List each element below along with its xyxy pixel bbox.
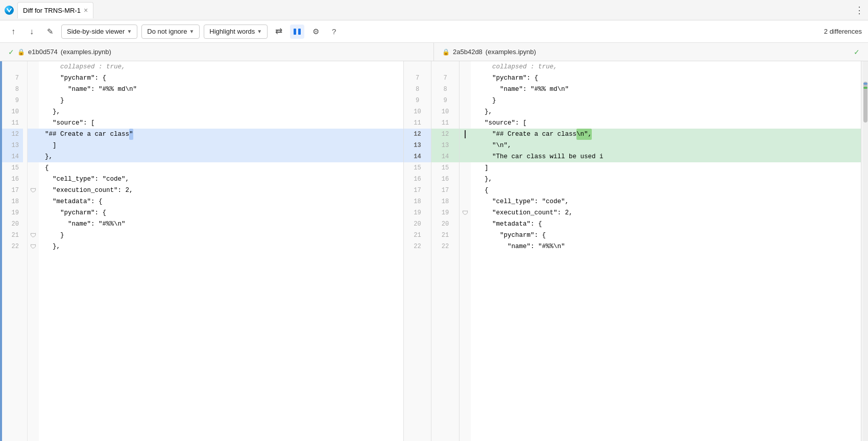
left-diff-pane[interactable]: 7 8 9 10 11 12 13 14 15 16 17 18 19 20 2… — [2, 61, 403, 441]
right-scrollbar[interactable] — [861, 61, 868, 441]
code-line: "name": "#%% md\n" — [39, 84, 403, 95]
diff-container: 7 8 9 10 11 12 13 14 15 16 17 18 19 20 2… — [0, 61, 868, 441]
code-line: "source": [ — [39, 117, 403, 129]
edit-icon: ✎ — [47, 27, 54, 36]
right-diff-pane[interactable]: 🛡 collapsed : true, "pycharm": { "name":… — [460, 61, 861, 441]
highlight-dropdown[interactable]: Highlight words ▼ — [204, 24, 268, 39]
shield-icon: 🛡 — [28, 185, 39, 196]
edit-button[interactable]: ✎ — [43, 24, 57, 39]
line-number: 14 — [2, 151, 23, 162]
code-line: "metadata": { — [471, 218, 861, 230]
up-arrow-icon: ↑ — [11, 27, 15, 36]
line-number: 13 — [2, 140, 23, 151]
code-line: "metadata": { — [39, 196, 403, 207]
line-number: 19 — [2, 207, 23, 218]
chevron-down-icon: ▼ — [257, 29, 262, 34]
code-line: ] — [471, 162, 861, 174]
title-bar: Diff for TRNS-MR-1 × ⋮ — [0, 0, 868, 20]
center-line-numbers-right: 7 8 9 10 11 12 13 14 15 16 17 18 19 20 2… — [431, 61, 460, 441]
columns-view-button[interactable] — [290, 24, 304, 39]
line-number: 17 — [2, 185, 23, 196]
navigate-prev-button[interactable]: ↑ — [6, 24, 20, 39]
code-line: "cell_type": "code", — [39, 174, 403, 185]
file-headers: ✓ 🔒 e1b0d574 (examples.ipynb) 🔒 2a5b42d8… — [0, 43, 868, 61]
center-line-numbers-left: 7 8 9 10 11 12 13 14 15 16 17 18 19 20 2… — [403, 61, 431, 441]
line-number: 7 — [2, 72, 23, 84]
svg-point-0 — [5, 6, 14, 15]
toolbar: ↑ ↓ ✎ Side-by-side viewer ▼ Do not ignor… — [0, 20, 868, 43]
shield-icon: 🛡 — [460, 207, 471, 218]
diff-tab[interactable]: Diff for TRNS-MR-1 × — [17, 2, 93, 18]
settings-icon: ⚙ — [312, 27, 319, 36]
chevron-down-icon: ▼ — [127, 29, 132, 34]
code-line: "cell_type": "code", — [471, 196, 861, 207]
code-line: } — [471, 95, 861, 106]
tab-close-button[interactable]: × — [84, 6, 88, 14]
viewer-mode-dropdown[interactable]: Side-by-side viewer ▼ — [61, 24, 137, 39]
code-line: { — [39, 162, 403, 174]
left-file-hash: e1b0d574 — [28, 48, 58, 56]
line-number: 12 — [2, 129, 23, 140]
code-line: "name": "#%% md\n" — [471, 84, 861, 95]
line-number: 15 — [2, 162, 23, 174]
left-code-content[interactable]: collapsed : true, "pycharm": { "name": "… — [39, 61, 403, 441]
code-line: collapsed : true, — [39, 61, 403, 72]
line-number: 20 — [2, 218, 23, 230]
left-line-numbers: 7 8 9 10 11 12 13 14 15 16 17 18 19 20 2… — [2, 61, 28, 441]
left-check-icon: ✓ — [8, 48, 14, 56]
differences-count: 2 differences — [824, 28, 862, 35]
code-line: } — [39, 230, 403, 241]
line-number — [2, 61, 23, 72]
line-number: 21 — [2, 230, 23, 241]
code-line: "execution_count": 2, — [471, 207, 861, 218]
split-view-button[interactable]: ⇄ — [272, 24, 286, 39]
code-line: "execution_count": 2, — [39, 185, 403, 196]
columns-icon — [293, 28, 301, 36]
line-number: 11 — [2, 117, 23, 129]
right-file-name: (examples.ipynb) — [486, 48, 536, 56]
code-line: }, — [39, 241, 403, 252]
code-line-added: "The car class will be used i — [471, 151, 861, 162]
line-number: 18 — [2, 196, 23, 207]
code-line: "source": [ — [471, 117, 861, 129]
ignore-dropdown[interactable]: Do not ignore ▼ — [141, 24, 200, 39]
more-options-icon[interactable]: ⋮ — [855, 5, 864, 16]
navigate-next-button[interactable]: ↓ — [25, 24, 39, 39]
left-file-header: ✓ 🔒 e1b0d574 (examples.ipynb) — [0, 43, 434, 61]
line-number: 9 — [2, 95, 23, 106]
help-button[interactable]: ? — [327, 24, 341, 39]
left-lock-icon: 🔒 — [17, 48, 25, 56]
left-file-name: (examples.ipynb) — [61, 48, 111, 56]
right-file-header: 🔒 2a5b42d8 (examples.ipynb) ✓ — [434, 43, 868, 61]
line-number: 16 — [2, 174, 23, 185]
code-line: }, — [471, 174, 861, 185]
code-line-added: "\n", — [471, 140, 861, 151]
code-line: }, — [39, 106, 403, 117]
shield-icon: 🛡 — [28, 241, 39, 252]
help-icon: ? — [332, 27, 336, 36]
right-lock-icon: 🔒 — [442, 48, 450, 56]
code-line: "name": "#%%\n" — [471, 241, 861, 252]
line-number: 8 — [2, 84, 23, 95]
app-logo-icon — [4, 5, 14, 15]
shield-icon: 🛡 — [28, 230, 39, 241]
code-line: "pycharm": { — [471, 72, 861, 84]
code-line: "pycharm": { — [39, 207, 403, 218]
code-line-changed: "## Create a car class\n", — [471, 129, 861, 140]
down-arrow-icon: ↓ — [30, 27, 34, 36]
code-line: "pycharm": { — [39, 72, 403, 84]
tab-title: Diff for TRNS-MR-1 — [23, 7, 81, 14]
left-gutter-icons: 🛡 🛡 🛡 — [28, 61, 39, 441]
code-line: }, — [471, 106, 861, 117]
code-line: } — [39, 95, 403, 106]
svg-rect-1 — [294, 29, 296, 35]
settings-button[interactable]: ⚙ — [308, 24, 323, 39]
code-line: "pycharm": { — [471, 230, 861, 241]
line-number: 22 — [2, 241, 23, 252]
code-line-changed: "## Create a car class" — [39, 129, 403, 140]
right-code-content[interactable]: collapsed : true, "pycharm": { "name": "… — [471, 61, 861, 441]
svg-rect-2 — [298, 29, 301, 35]
right-file-hash: 2a5b42d8 — [453, 48, 483, 56]
code-line: { — [471, 185, 861, 196]
code-line-changed: ] — [39, 140, 403, 151]
